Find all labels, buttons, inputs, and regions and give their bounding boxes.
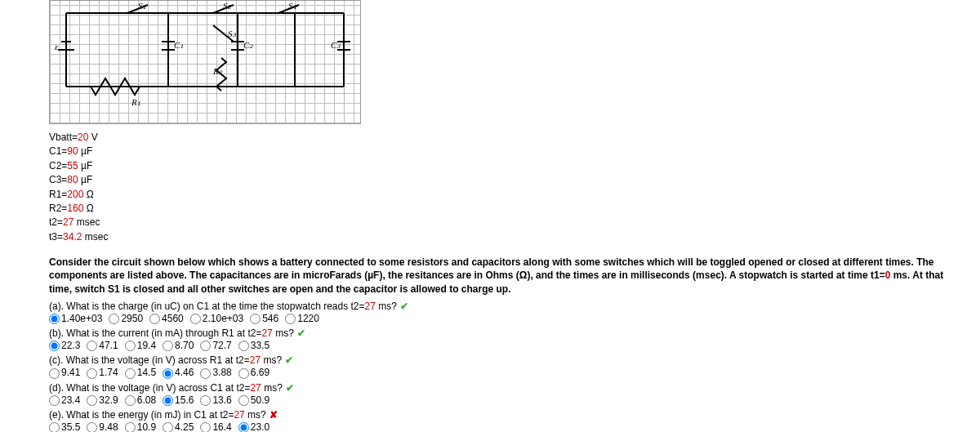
given-row: C2=55 µF [49,159,964,173]
part-e-option[interactable]: 4.25 [163,421,194,432]
given-unit: µF [81,145,92,157]
part-d-t2: 27 [250,382,261,394]
option-label: 4560 [162,313,184,324]
part-b-radio[interactable] [87,341,97,351]
part-c-radio[interactable] [125,368,136,379]
option-label: 4.25 [175,421,194,432]
part-d-radio[interactable] [238,395,249,406]
part-d-radio[interactable] [87,395,97,406]
option-label: 546 [262,313,278,324]
part-e-radio[interactable] [163,422,173,432]
part-a-radio[interactable] [49,314,60,324]
check-icon: ✔ [297,327,305,339]
problem-text-pre: Consider the circuit shown below which s… [49,256,934,281]
option-label: 16.4 [212,421,231,432]
given-value: 90 [67,145,78,157]
part-e-radio[interactable] [87,422,97,432]
part-c-option[interactable]: 14.5 [125,367,156,378]
given-label: C3 [49,174,61,185]
part-b: (b). What is the current (in mA) through… [49,327,964,351]
given-value: 55 [67,160,78,171]
given-row: t2=27 msec [49,216,964,229]
part-c-question: (c). What is the voltage (in V) across R… [49,354,964,366]
part-a: (a). What is the charge (in uC) on C1 at… [49,301,964,324]
part-e-option[interactable]: 9.48 [87,421,118,432]
part-e-radio[interactable] [200,422,211,432]
part-a-radio[interactable] [109,314,119,324]
part-c-radio[interactable] [200,368,211,379]
given-value: 20 [78,131,88,143]
part-b-option[interactable]: 47.1 [87,340,118,351]
part-c-option[interactable]: 1.74 [87,367,118,378]
option-label: 33.5 [251,340,270,351]
part-e-radio[interactable] [49,422,60,432]
part-a-option[interactable]: 1.40e+03 [49,313,102,324]
option-label: 2950 [121,313,143,324]
part-c-t2: 27 [250,354,261,366]
part-c-option[interactable]: 3.88 [200,367,231,378]
part-b-radio[interactable] [125,341,136,351]
part-e-radio[interactable] [238,422,249,432]
given-row: R2=160 Ω [49,202,964,216]
part-a-radio[interactable] [285,314,296,324]
option-label: 72.7 [212,340,231,351]
given-unit: msec [85,231,109,243]
part-b-option[interactable]: 8.70 [163,340,194,351]
part-e-option[interactable]: 35.5 [49,421,80,432]
option-label: 23.0 [251,421,270,432]
part-e-option[interactable]: 23.0 [238,421,270,432]
part-a-options: 1.40e+03295045602.10e+035461220 [49,313,964,324]
part-d-option[interactable]: 23.4 [49,394,80,406]
part-e-option[interactable]: 16.4 [200,421,231,432]
part-b-radio[interactable] [49,341,60,351]
part-a-option[interactable]: 2950 [109,313,143,324]
label-s2: S₂ [223,1,232,11]
part-a-radio[interactable] [250,314,261,324]
part-d-radio[interactable] [49,395,60,406]
part-a-option[interactable]: 4560 [149,313,184,324]
part-d-option[interactable]: 15.6 [163,394,194,406]
part-e-radio[interactable] [125,422,136,432]
circuit-diagram: S₁ S₂ S₄ S₃ ε C₁ C₂ C₃ R₁ R₂ [49,0,361,124]
part-b-radio[interactable] [238,341,249,351]
part-b-option[interactable]: 22.3 [49,340,80,351]
part-d-radio[interactable] [200,395,211,406]
part-e-t2: 27 [234,409,244,421]
part-a-option[interactable]: 2.10e+03 [190,313,243,324]
option-label: 8.70 [175,340,194,351]
part-a-radio[interactable] [190,314,201,324]
part-a-option[interactable]: 546 [250,313,278,324]
part-e: (e). What is the energy (in mJ) in C1 at… [49,409,964,432]
given-label: R2 [49,203,61,214]
given-unit: Ω [87,203,94,214]
given-unit: msec [77,216,100,228]
part-c-option[interactable]: 6.69 [238,367,270,378]
part-c-radio[interactable] [49,368,60,379]
part-d-option[interactable]: 13.6 [200,394,231,406]
option-label: 1.40e+03 [61,313,102,324]
part-d: (d). What is the voltage (in V) across C… [49,382,964,406]
part-b-option[interactable]: 72.7 [200,340,231,351]
option-label: 9.41 [61,367,80,378]
part-c-radio[interactable] [163,368,173,379]
part-e-option[interactable]: 10.9 [125,421,156,432]
part-d-radio[interactable] [125,395,136,406]
part-c-option[interactable]: 4.46 [163,367,194,378]
part-b-option[interactable]: 19.4 [125,340,156,351]
given-row: C1=90 µF [49,145,964,158]
part-b-radio[interactable] [200,341,211,351]
part-d-radio[interactable] [163,395,173,406]
given-label: t3 [49,231,57,243]
part-c-option[interactable]: 9.41 [49,367,80,378]
label-r2: R₂ [212,66,223,76]
part-c-radio[interactable] [87,368,97,379]
label-c3: C₃ [331,40,341,50]
part-d-option[interactable]: 50.9 [238,394,270,406]
part-a-option[interactable]: 1220 [285,313,319,324]
part-b-option[interactable]: 33.5 [238,340,270,351]
part-c-radio[interactable] [238,368,249,379]
part-d-option[interactable]: 32.9 [87,394,118,406]
part-b-radio[interactable] [163,341,173,351]
part-d-option[interactable]: 6.08 [125,394,156,406]
part-a-radio[interactable] [149,314,160,324]
